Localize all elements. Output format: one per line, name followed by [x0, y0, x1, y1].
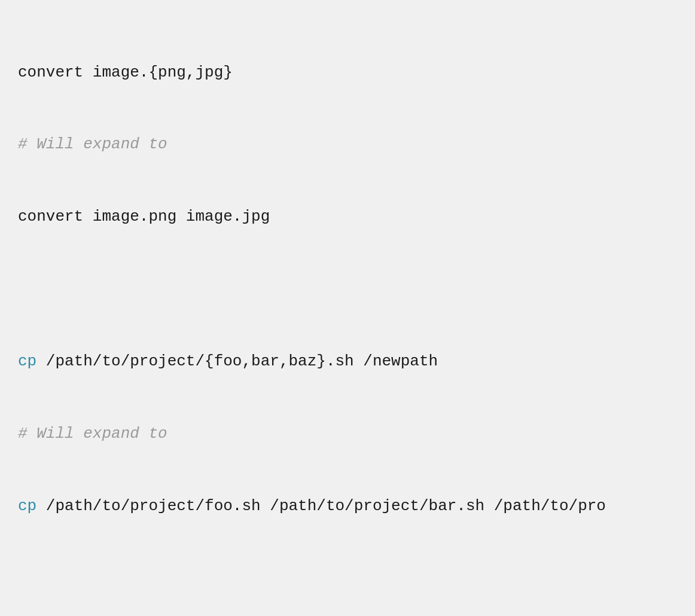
line-3: convert image.png image.jpg [18, 205, 677, 228]
line-blank-2 [18, 566, 677, 590]
line-blank-1 [18, 277, 677, 301]
code-text: /path/to/project/{foo,bar,baz}.sh /newpa… [36, 352, 438, 370]
line-1: convert image.{png,jpg} [18, 60, 677, 84]
code-text: convert image.png image.jpg [18, 208, 270, 225]
line-6: # Will expand to [18, 422, 677, 446]
code-text: /path/to/project/foo.sh /path/to/project… [36, 497, 606, 515]
line-7: cp /path/to/project/foo.sh /path/to/proj… [18, 494, 677, 518]
line-2: # Will expand to [18, 132, 677, 156]
code-text: convert image.{png,jpg} [18, 63, 233, 81]
code-display: convert image.{png,jpg} # Will expand to… [0, 0, 695, 616]
comment-text: # Will expand to [18, 425, 167, 443]
keyword-cp: cp [18, 352, 36, 370]
comment-text: # Will expand to [18, 135, 167, 153]
line-5: cp /path/to/project/{foo,bar,baz}.sh /ne… [18, 349, 677, 373]
keyword-cp2: cp [18, 497, 36, 515]
